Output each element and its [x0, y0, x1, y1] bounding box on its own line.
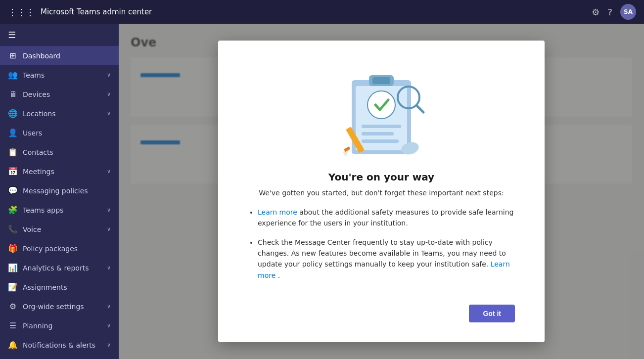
- dialog: You're on your way We've gotten you star…: [218, 41, 545, 342]
- top-header: ⋮⋮⋮ Microsoft Teams admin center ⚙ ? SA: [0, 0, 644, 24]
- sidebar-item-notifications-alerts[interactable]: 🔔 Notifications & alerts ∨: [0, 335, 119, 355]
- sidebar-item-users[interactable]: 👤 Users: [0, 123, 119, 142]
- svg-rect-5: [362, 125, 401, 128]
- org-settings-icon: ⚙: [8, 302, 18, 311]
- header-left: ⋮⋮⋮ Microsoft Teams admin center: [8, 7, 152, 17]
- sidebar-item-analytics-reports[interactable]: 📊 Analytics & reports ∨: [0, 258, 119, 277]
- sidebar-item-label: Users: [23, 129, 42, 137]
- messaging-icon: 💬: [8, 186, 18, 195]
- help-icon[interactable]: ?: [607, 7, 612, 17]
- sidebar: ☰ ⊞ Dashboard 👥 Teams ∨ 🖥 Devices ∨ 🌐: [0, 24, 119, 359]
- svg-rect-3: [372, 77, 390, 84]
- chevron-down-icon: ∨: [107, 91, 111, 97]
- teams-apps-icon: 🧩: [8, 205, 18, 215]
- dialog-body: Learn more about the additional safety m…: [248, 207, 515, 289]
- locations-icon: 🌐: [8, 109, 18, 118]
- content-area: Ove: [119, 24, 644, 359]
- dialog-item-2-text-before: Check the Message Center frequently to s…: [258, 238, 506, 269]
- chevron-down-icon: ∨: [107, 207, 111, 213]
- sidebar-item-label: Dashboard: [23, 52, 60, 60]
- sidebar-item-label: Locations: [23, 110, 56, 118]
- sidebar-item-label: Contacts: [23, 148, 53, 156]
- sidebar-item-devices[interactable]: 🖥 Devices ∨: [0, 85, 119, 104]
- sidebar-item-label: Devices: [23, 90, 50, 98]
- header-right: ⚙ ? SA: [592, 4, 636, 20]
- dialog-footer: Got it: [248, 305, 515, 322]
- sidebar-toggle[interactable]: ☰: [0, 24, 119, 46]
- sidebar-item-contacts[interactable]: 📋 Contacts: [0, 142, 119, 162]
- sidebar-item-assignments[interactable]: 📝 Assignments: [0, 277, 119, 297]
- sidebar-item-meetings[interactable]: 📅 Meetings ∨: [0, 162, 119, 181]
- svg-rect-6: [362, 132, 394, 135]
- policy-packages-icon: 🎁: [8, 244, 18, 253]
- sidebar-item-label: Teams apps: [23, 206, 63, 214]
- sidebar-item-teams[interactable]: 👥 Teams ∨: [0, 65, 119, 85]
- chevron-down-icon: ∨: [107, 168, 111, 175]
- sidebar-item-label: Notifications & alerts: [23, 341, 95, 349]
- avatar[interactable]: SA: [620, 4, 636, 20]
- chevron-down-icon: ∨: [107, 226, 111, 232]
- sidebar-item-label: Meetings: [23, 168, 54, 176]
- learn-more-link-1[interactable]: Learn more: [258, 208, 297, 216]
- chevron-down-icon: ∨: [107, 72, 111, 78]
- dialog-subtitle: We've gotten you started, but don't forg…: [259, 189, 504, 197]
- contacts-icon: 📋: [8, 147, 18, 157]
- sidebar-item-dashboard[interactable]: ⊞ Dashboard: [0, 46, 119, 65]
- sidebar-item-planning[interactable]: ☰ Planning ∨: [0, 316, 119, 335]
- dialog-title: You're on your way: [328, 171, 434, 183]
- chevron-down-icon: ∨: [107, 303, 111, 310]
- sidebar-item-voice[interactable]: 📞 Voice ∨: [0, 220, 119, 239]
- app-grid-icon[interactable]: ⋮⋮⋮: [8, 7, 35, 17]
- dashboard-icon: ⊞: [8, 51, 18, 60]
- sidebar-item-policy-packages[interactable]: 🎁 Policy packages: [0, 239, 119, 258]
- sidebar-item-label: Analytics & reports: [23, 264, 89, 272]
- teams-icon: 👥: [8, 70, 18, 80]
- svg-rect-7: [362, 139, 399, 143]
- got-it-button[interactable]: Got it: [469, 305, 515, 322]
- voice-icon: 📞: [8, 224, 18, 234]
- analytics-icon: 📊: [8, 263, 18, 272]
- sidebar-item-label: Policy packages: [23, 245, 78, 253]
- devices-icon: 🖥: [8, 90, 18, 99]
- chevron-down-icon: ∨: [107, 110, 111, 117]
- sidebar-item-label: Teams: [23, 71, 45, 79]
- dialog-list-item-2: Check the Message Center frequently to s…: [258, 237, 515, 281]
- sidebar-item-messaging-policies[interactable]: 💬 Messaging policies: [0, 181, 119, 200]
- dialog-item-2-text-after: .: [278, 271, 280, 279]
- app-title: Microsoft Teams admin center: [41, 7, 152, 16]
- settings-icon[interactable]: ⚙: [592, 7, 599, 17]
- sidebar-item-label: Assignments: [23, 283, 67, 291]
- planning-icon: ☰: [8, 321, 18, 330]
- chevron-down-icon: ∨: [107, 342, 111, 348]
- chevron-down-icon: ∨: [107, 265, 111, 271]
- sidebar-item-locations[interactable]: 🌐 Locations ∨: [0, 104, 119, 123]
- sidebar-item-teams-apps[interactable]: 🧩 Teams apps ∨: [0, 200, 119, 220]
- sidebar-item-label: Voice: [23, 225, 41, 233]
- clipboard-illustration: [337, 60, 426, 159]
- notifications-icon: 🔔: [8, 340, 18, 350]
- dialog-list-item-1: Learn more about the additional safety m…: [258, 207, 515, 229]
- sidebar-item-label: Planning: [23, 322, 52, 330]
- chevron-down-icon: ∨: [107, 322, 111, 329]
- main-layout: ☰ ⊞ Dashboard 👥 Teams ∨ 🖥 Devices ∨ 🌐: [0, 24, 644, 359]
- sidebar-item-org-wide-settings[interactable]: ⚙ Org-wide settings ∨: [0, 297, 119, 316]
- sidebar-item-storybook[interactable]: 📖 Storybook: [0, 355, 119, 359]
- modal-overlay: You're on your way We've gotten you star…: [119, 24, 644, 359]
- svg-line-12: [417, 106, 423, 112]
- sidebar-item-label: Messaging policies: [23, 187, 88, 195]
- users-icon: 👤: [8, 128, 18, 137]
- meetings-icon: 📅: [8, 167, 18, 176]
- svg-point-4: [368, 91, 395, 119]
- sidebar-item-label: Org-wide settings: [23, 303, 84, 311]
- assignments-icon: 📝: [8, 282, 18, 292]
